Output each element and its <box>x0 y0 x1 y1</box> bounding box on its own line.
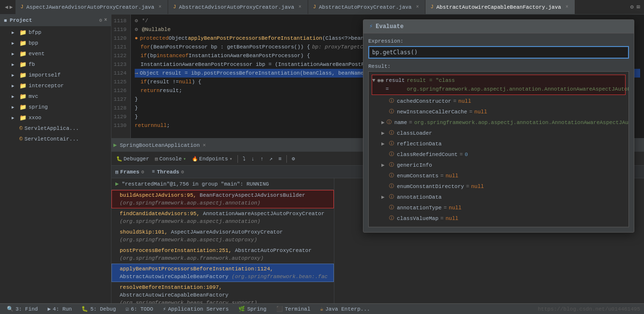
toolbar-sep-2 <box>286 155 287 163</box>
frame-class-2: AspectJAwareAdvisorAutoProxyCreator <box>171 229 283 235</box>
status-find[interactable]: 🔍 3: Find <box>4 306 41 312</box>
expression-input[interactable] <box>368 46 629 59</box>
project-nav[interactable]: ◀▶ <box>2 4 16 10</box>
status-run[interactable]: ▶ 4: Run <box>45 306 75 312</box>
field-name-10: annotationType <box>397 204 441 212</box>
result-field-class-value-map: ⓘ classValueMap = null <box>372 213 626 224</box>
endpoints-btn[interactable]: 🔥 Endpoints ▾ <box>190 155 234 163</box>
debug-label: 5: Debug <box>90 306 116 312</box>
find-label: 3: Find <box>16 306 38 312</box>
tree-item-bpp[interactable]: ▶ 📁 bpp <box>0 38 111 48</box>
tab-abstract-advisor[interactable]: J AbstractAdvisorAutoProxyCreator.java × <box>168 0 308 15</box>
field-name-8: enumConstantDirectory <box>397 182 464 191</box>
frame-item-3[interactable]: postProcessBeforeInstantiation:251, Abst… <box>111 245 334 264</box>
debugger-btn[interactable]: 🐛 Debugger <box>114 155 151 163</box>
java-file-icon: J <box>20 4 23 10</box>
debugger-label: Debugger <box>124 156 149 162</box>
debug-session-close[interactable]: × <box>203 142 206 148</box>
tree-item-mvc[interactable]: ▶ 📁 mvc <box>0 91 111 102</box>
frames-settings: ⚙ <box>141 169 144 175</box>
tree-label-sc: ServletContair... <box>25 136 79 142</box>
tab-close-3[interactable]: × <box>564 4 570 10</box>
status-java[interactable]: ☕ Java Enterp... <box>317 306 373 312</box>
run-label: 4: Run <box>53 306 72 312</box>
field-val-2: org.springframework.aop.aspectj.annotati… <box>414 118 629 127</box>
tree-item-fb[interactable]: ▶ 📁 fb <box>0 59 111 70</box>
tab-close-0[interactable]: × <box>157 4 163 10</box>
field-eq-10: = <box>443 204 447 212</box>
result-field-enum-const-dir: ⓘ enumConstantDirectory = null <box>372 181 626 192</box>
field-icon-2: ⓘ <box>387 118 392 127</box>
field-val-10: null <box>449 204 461 212</box>
tab-abstract-autowire[interactable]: J AbstractAutowireCapableBeanFactory.jav… <box>425 0 575 15</box>
field-expand-2[interactable]: ▶ <box>381 118 385 127</box>
close-sidebar-icon[interactable]: × <box>104 17 107 23</box>
status-spring[interactable]: 🌿 Spring <box>236 306 269 312</box>
field-icon-6: ⓘ <box>389 161 394 170</box>
field-eq-5: = <box>459 150 463 159</box>
frames-label: Frames <box>120 169 140 175</box>
tree-item-interceptor[interactable]: ▶ 📁 interceptor <box>0 80 111 91</box>
step-over-btn[interactable]: ⤵ <box>241 155 248 163</box>
result-field-new-instance: ⓘ newInstanceCallerCache = null <box>372 107 626 117</box>
status-todo[interactable]: ☑ 6: TODO <box>123 306 156 312</box>
tree-arrow-interceptor: ▶ <box>12 83 17 89</box>
step-out-btn[interactable]: ↑ <box>258 155 266 163</box>
tree-item-event[interactable]: ▶ 📁 event <box>0 48 111 59</box>
tab-abstract-auto[interactable]: J AbstractAutoProxyCreator.java × <box>308 0 425 15</box>
field-expand-3[interactable]: ▶ <box>381 129 387 138</box>
line-numbers: 1118 1119 1120 1121 1122 1123 1124 1125 … <box>111 15 131 138</box>
tab-close-2[interactable]: × <box>414 4 420 10</box>
tab-actions: ⚙ ⊞ <box>627 3 644 11</box>
tree-item-servlet-applica[interactable]: ▶ © ServletApplica... <box>0 123 111 134</box>
status-terminal[interactable]: ⬛ Terminal <box>273 306 314 312</box>
sidebar-header-icons: ⚙ × <box>99 17 107 23</box>
frame-item-4-selected[interactable]: applyBeanPostProcessorsBeforeInstantiati… <box>111 264 334 282</box>
tree-item-servlet-contair[interactable]: ▶ © ServletContair... <box>0 134 111 144</box>
frame-pkg-2: (org.springframework.aop.aspectj.autopro… <box>120 237 257 243</box>
debug-session-icon: ▶ <box>113 141 117 149</box>
java-icon-sa: © <box>19 126 23 131</box>
result-field-cached-constructor: ⓘ cachedConstructor = null <box>372 96 626 107</box>
tree-item-bfpp[interactable]: ▶ 📁 bfpp <box>0 27 111 38</box>
frames-header[interactable]: ▤ Frames ⚙ <box>115 169 144 175</box>
evaluate-btn[interactable]: ≡ <box>276 155 283 163</box>
tree-label-sa: ServletApplica... <box>25 126 79 131</box>
current-thread: ▶ "restartedMain"@1,756 in group "main":… <box>111 178 334 190</box>
expand-icon[interactable]: ⊞ <box>637 3 640 11</box>
folder-icon-bpp: 📁 <box>19 40 27 47</box>
frames-icon: ▤ <box>115 169 118 175</box>
tree-item-xxoo[interactable]: ▶ 📁 xxoo <box>0 112 111 123</box>
frame-item-1[interactable]: findCandidateAdvisors:95, AnnotationAwar… <box>111 208 334 227</box>
project-icon: ◼ <box>4 17 7 23</box>
evaluate-icon: ≡ <box>278 156 282 162</box>
tab-close-1[interactable]: × <box>297 4 303 10</box>
step-into-btn[interactable]: ↓ <box>250 155 257 163</box>
frames-panel: ▶ "restartedMain"@1,756 in group "main":… <box>111 178 334 314</box>
status-app-servers[interactable]: ⚡ Application Servers <box>160 306 232 312</box>
tree-item-spring[interactable]: ▶ 📁 spring <box>0 102 111 112</box>
field-expand-6[interactable]: ▶ <box>381 161 387 170</box>
threads-icon: ≡ <box>152 169 155 174</box>
settings-icon[interactable]: ⚙ <box>630 3 634 11</box>
tab-aspectj[interactable]: J AspectJAwareAdvisorAutoProxyCreator.ja… <box>16 0 168 15</box>
field-name-7: enumConstants <box>397 172 439 180</box>
field-expand-4[interactable]: ▶ <box>381 140 387 148</box>
settings-debug-icon: ⚙ <box>292 156 295 162</box>
run-cursor-btn[interactable]: ↗ <box>267 155 275 163</box>
field-expand-9[interactable]: ▶ <box>381 193 387 202</box>
console-btn[interactable]: ▤ Console ▾ <box>153 155 188 163</box>
field-eq-2: = <box>409 118 412 127</box>
settings-debug-btn[interactable]: ⚙ <box>290 155 297 163</box>
sidebar-title: Project <box>10 17 32 23</box>
threads-header[interactable]: ≡ Threads ⚙ <box>152 169 184 175</box>
status-debug[interactable]: 🐛 5: Debug <box>79 306 119 312</box>
frame-item-2[interactable]: shouldSkip:101, AspectJAwareAdvisorAutoP… <box>111 227 334 245</box>
toolbar-sep-1 <box>237 155 238 163</box>
tree-item-importself[interactable]: ▶ 📁 importself <box>0 70 111 80</box>
gear-icon[interactable]: ⚙ <box>99 17 102 23</box>
frame-item-selected[interactable]: buildAspectJAdvisors:95, BeanFactoryAspe… <box>111 190 334 208</box>
result-main-expand[interactable]: ▼ <box>372 76 376 85</box>
frame-class-5: AbstractAutowireCapableBeanFactory <box>120 292 228 298</box>
debug-session-label[interactable]: SpringBootLeanApplication <box>120 142 200 148</box>
